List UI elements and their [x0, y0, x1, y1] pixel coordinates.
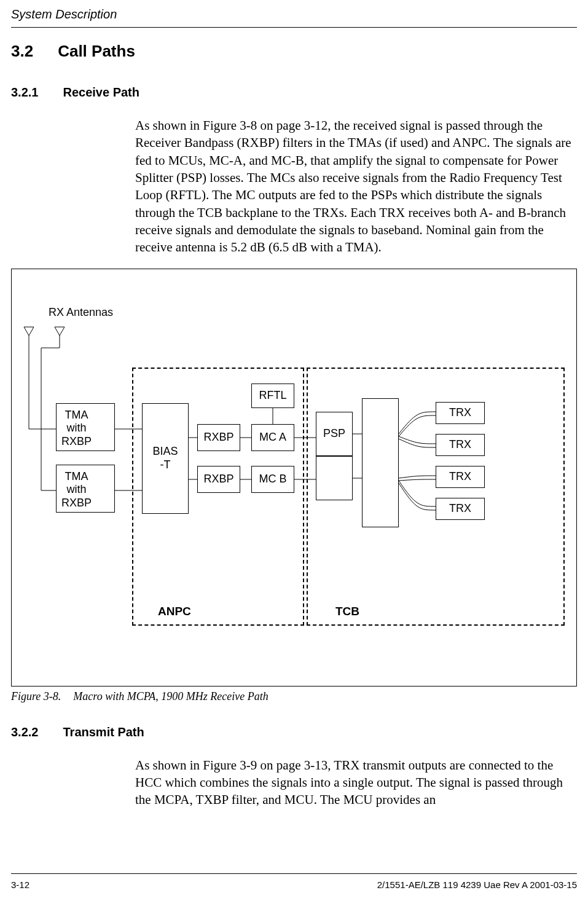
running-header: System Description [11, 7, 117, 22]
backplane-block [362, 398, 399, 527]
subsection-2-number: 3.2.2 [11, 725, 38, 739]
subsection-2-title: Transmit Path [63, 725, 144, 739]
figure-diagram: RX Antennas ANPC TCB TMA with RXBP TMA w… [12, 269, 576, 686]
figure-title: Macro with MCPA, 1900 MHz Receive Path [73, 690, 268, 702]
footer-rule [11, 873, 577, 874]
subsection-1-paragraph: As shown in Figure 3-8 on page 3-12, the… [135, 117, 577, 256]
top-rule [11, 27, 577, 28]
psp-block-b [316, 456, 353, 500]
rxbp-block: RXBP [197, 466, 240, 493]
section-title: Call Paths [58, 42, 135, 61]
tma-rxbp-block: TMA with RXBP [56, 465, 115, 513]
trx-block: TRX [436, 434, 485, 456]
antenna-icon [23, 326, 35, 337]
mc-a-block: MC A [251, 424, 294, 451]
footer: 3-12 2/1551-AE/LZB 119 4239 Uae Rev A 20… [11, 879, 577, 890]
mc-b-block: MC B [251, 466, 294, 493]
main-content: 3.2 Call Paths 3.2.1 Receive Path As sho… [11, 42, 577, 821]
antenna-icon [53, 326, 66, 337]
subsection-2-heading: 3.2.2 Transmit Path [11, 725, 577, 739]
trx-block: TRX [436, 402, 485, 424]
trx-block: TRX [436, 466, 485, 488]
figure-number: Figure 3-8. [11, 690, 61, 703]
section-number: 3.2 [11, 42, 33, 61]
tcb-label: TCB [335, 605, 359, 618]
doc-id: 2/1551-AE/LZB 119 4239 Uae Rev A 2001-03… [377, 879, 577, 890]
rx-antennas-label: RX Antennas [49, 306, 113, 319]
trx-block: TRX [436, 498, 485, 520]
figure-caption: Figure 3-8.Macro with MCPA, 1900 MHz Rec… [11, 690, 577, 703]
rftl-block: RFTL [251, 384, 294, 408]
section-heading: 3.2 Call Paths [11, 42, 577, 61]
anpc-label: ANPC [158, 605, 191, 618]
page-number: 3-12 [11, 879, 29, 890]
bias-t-block: BIAS -T [142, 403, 189, 514]
subsection-1-title: Receive Path [63, 85, 139, 100]
subsection-2-paragraph: As shown in Figure 3-9 on page 3-13, TRX… [135, 757, 577, 809]
psp-block: PSP [316, 412, 353, 456]
tma-rxbp-block: TMA with RXBP [56, 403, 115, 451]
rxbp-block: RXBP [197, 424, 240, 451]
figure-3-8: RX Antennas ANPC TCB TMA with RXBP TMA w… [11, 269, 577, 687]
subsection-1-number: 3.2.1 [11, 85, 38, 100]
subsection-1-heading: 3.2.1 Receive Path [11, 85, 577, 100]
